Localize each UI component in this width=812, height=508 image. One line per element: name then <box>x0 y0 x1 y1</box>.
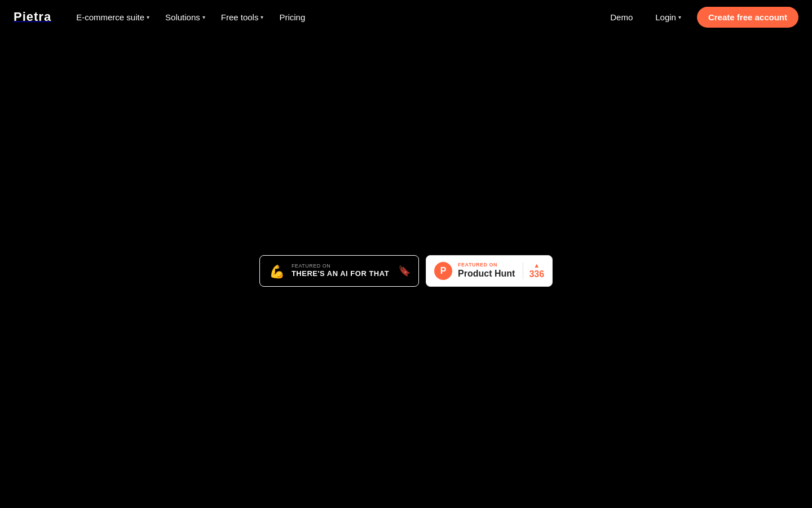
ph-title: Product Hunt <box>458 268 515 280</box>
badges-row: 💪 FEATURED ON THERE'S AN AI FOR THAT 🔖 P… <box>259 255 553 287</box>
nav-pricing[interactable]: Pricing <box>272 9 312 25</box>
create-account-button[interactable]: Create free account <box>697 7 798 28</box>
ph-featured-label: FEATURED ON <box>458 262 515 268</box>
chevron-down-icon: ▾ <box>147 14 149 20</box>
bookmark-icon: 🔖 <box>398 265 411 277</box>
logo[interactable]: Pietra <box>14 10 69 24</box>
muscle-icon: 💪 <box>268 262 286 280</box>
nav-links: E-commerce suite ▾ Solutions ▾ Free tool… <box>69 9 603 25</box>
ph-vote-count: ▲ 336 <box>523 262 544 279</box>
ph-count-number: 336 <box>529 269 544 279</box>
nav-pricing-label: Pricing <box>279 12 305 22</box>
ai-badge-text: FEATURED ON THERE'S AN AI FOR THAT <box>292 263 389 279</box>
nav-ecommerce-suite-label: E-commerce suite <box>76 12 144 22</box>
nav-right: Demo Login ▾ Create free account <box>603 7 798 28</box>
chevron-down-icon: ▾ <box>202 14 205 20</box>
chevron-down-icon: ▾ <box>678 14 681 20</box>
nav-ecommerce-suite[interactable]: E-commerce suite ▾ <box>69 9 156 25</box>
navbar: Pietra E-commerce suite ▾ Solutions ▾ Fr… <box>0 0 812 34</box>
ai-title: THERE'S AN AI FOR THAT <box>292 269 389 279</box>
product-hunt-logo: P <box>434 262 452 280</box>
nav-solutions[interactable]: Solutions ▾ <box>158 9 212 25</box>
svg-text:💪: 💪 <box>269 264 285 279</box>
upvote-arrow-icon: ▲ <box>533 262 540 269</box>
nav-free-tools[interactable]: Free tools ▾ <box>214 9 271 25</box>
ph-badge-text: FEATURED ON Product Hunt <box>458 262 515 280</box>
main-content: 💪 FEATURED ON THERE'S AN AI FOR THAT 🔖 P… <box>0 0 812 508</box>
chevron-down-icon: ▾ <box>261 14 263 20</box>
login-button[interactable]: Login ▾ <box>648 9 688 25</box>
ai-for-that-badge[interactable]: 💪 FEATURED ON THERE'S AN AI FOR THAT 🔖 <box>259 255 419 287</box>
nav-solutions-label: Solutions <box>165 12 200 22</box>
ai-featured-label: FEATURED ON <box>292 263 389 269</box>
demo-button[interactable]: Demo <box>603 9 639 25</box>
product-hunt-badge[interactable]: P FEATURED ON Product Hunt ▲ 336 <box>426 255 553 287</box>
nav-free-tools-label: Free tools <box>221 12 259 22</box>
